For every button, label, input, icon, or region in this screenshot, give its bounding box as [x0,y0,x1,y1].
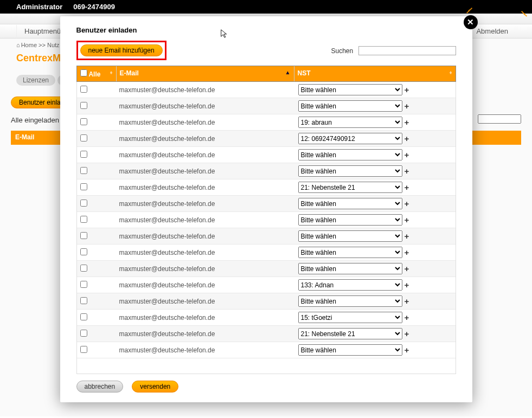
plus-icon[interactable]: + [405,215,409,224]
row-email: maxmuster@deutsche-telefon.de [116,148,295,162]
row-email: maxmuster@deutsche-telefon.de [116,343,295,357]
plus-icon[interactable]: + [405,248,409,257]
send-button[interactable]: versenden [132,381,178,393]
sort-asc-icon[interactable]: ▲ [285,69,291,75]
th-alle-label: Alle [88,70,100,78]
select-all-checkbox[interactable] [80,69,87,76]
table-row: maxmuster@deutsche-telefon.deBitte wähle… [77,261,456,277]
row-email: maxmuster@deutsche-telefon.de [116,99,295,113]
sort-icon[interactable]: ♦ [449,69,452,75]
modal-invite-users: ✕ Benutzer einladen neue Email hinzufüge… [60,16,472,402]
sort-icon[interactable]: ♦ [110,69,112,75]
table-row: maxmuster@deutsche-telefon.de19: abraun+ [77,114,456,131]
plus-icon[interactable]: + [405,280,409,290]
nst-select[interactable]: Bitte wählen [298,214,402,226]
nst-select[interactable]: Bitte wählen [298,263,402,274]
row-email: maxmuster@deutsche-telefon.de [116,213,295,227]
row-checkbox[interactable] [80,102,87,109]
row-email: maxmuster@deutsche-telefon.de [116,311,295,325]
table-row: maxmuster@deutsche-telefon.deBitte wähle… [77,82,456,98]
plus-icon[interactable]: + [405,101,409,111]
plus-icon[interactable]: + [405,264,409,273]
table-row: maxmuster@deutsche-telefon.de15: tGoetzi… [77,310,456,326]
nst-select[interactable]: 21: Nebenstelle 21 [298,182,402,193]
table-row: maxmuster@deutsche-telefon.de21: Nebenst… [77,179,456,196]
search-label: Suchen [331,47,353,55]
table-header: Alle ♦ E-Mail ▲ NST ♦ [76,66,456,82]
table-row: maxmuster@deutsche-telefon.de21: Nebenst… [77,326,456,342]
table-row: maxmuster@deutsche-telefon.deBitte wähle… [77,98,456,114]
nst-select[interactable]: Bitte wählen [298,84,402,95]
row-checkbox[interactable] [80,248,87,255]
nst-select[interactable]: Bitte wählen [298,149,402,160]
row-checkbox[interactable] [80,297,87,304]
table-row: maxmuster@deutsche-telefon.de12: 0692474… [77,131,456,147]
row-checkbox[interactable] [80,265,87,272]
plus-icon[interactable]: + [405,297,409,306]
row-checkbox[interactable] [80,134,87,142]
table-row: maxmuster@deutsche-telefon.deBitte wähle… [77,228,456,245]
nst-select[interactable]: Bitte wählen [298,247,402,258]
plus-icon[interactable]: + [405,183,409,192]
plus-icon[interactable]: + [405,150,409,159]
row-checkbox[interactable] [80,167,87,174]
nst-select[interactable]: 19: abraun [298,117,402,128]
plus-icon[interactable]: + [405,134,409,143]
row-checkbox[interactable] [80,86,87,93]
plus-icon[interactable]: + [405,345,409,355]
row-checkbox[interactable] [80,281,87,288]
row-checkbox[interactable] [80,313,87,320]
search-area: Suchen [331,46,456,55]
nst-select[interactable]: Bitte wählen [298,165,402,177]
plus-icon[interactable]: + [405,313,409,322]
modal-overlay: ✕ Benutzer einladen neue Email hinzufüge… [0,0,532,418]
row-email: maxmuster@deutsche-telefon.de [116,246,295,260]
row-email: maxmuster@deutsche-telefon.de [116,197,295,211]
table-row: maxmuster@deutsche-telefon.deBitte wähle… [77,245,456,261]
nst-select[interactable]: 15: tGoetzi [298,312,402,323]
nst-select[interactable]: 133: Adnan [298,279,402,291]
modal-title: Benutzer einladen [60,16,472,38]
th-alle[interactable]: Alle ♦ [77,66,116,81]
cancel-button[interactable]: abbrechen [76,381,124,393]
search-input[interactable] [358,46,456,55]
row-checkbox[interactable] [80,183,87,190]
row-email: maxmuster@deutsche-telefon.de [116,262,295,276]
plus-icon[interactable]: + [405,231,409,241]
nst-select[interactable]: Bitte wählen [298,230,402,242]
nst-select[interactable]: Bitte wählen [298,100,402,112]
row-checkbox[interactable] [80,216,87,223]
th-nst[interactable]: NST ♦ [294,66,456,81]
plus-icon[interactable]: + [405,166,409,176]
add-email-button[interactable]: neue Email hinzufügen [80,44,163,56]
th-nst-label: NST [298,69,311,77]
plus-icon[interactable]: + [405,118,409,127]
table-body[interactable]: maxmuster@deutsche-telefon.deBitte wähle… [76,82,456,374]
table-row: maxmuster@deutsche-telefon.deBitte wähle… [77,196,456,212]
row-email: maxmuster@deutsche-telefon.de [116,164,295,178]
plus-icon[interactable]: + [405,199,409,208]
table-row: maxmuster@deutsche-telefon.deBitte wähle… [77,293,456,310]
nst-select[interactable]: Bitte wählen [298,344,402,356]
nst-select[interactable]: Bitte wählen [298,295,402,307]
row-email: maxmuster@deutsche-telefon.de [116,181,295,195]
nst-select[interactable]: 21: Nebenstelle 21 [298,328,402,339]
row-checkbox[interactable] [80,346,87,353]
highlight-box: neue Email hinzufügen [76,41,166,60]
nst-select[interactable]: Bitte wählen [298,198,402,209]
close-icon[interactable]: ✕ [464,15,478,29]
plus-icon[interactable]: + [405,85,409,94]
nst-select[interactable]: 12: 069247490912 [298,133,402,144]
row-email: maxmuster@deutsche-telefon.de [116,132,295,146]
th-email[interactable]: E-Mail ▲ [116,66,294,81]
plus-icon[interactable]: + [405,329,409,338]
row-email: maxmuster@deutsche-telefon.de [116,278,295,292]
row-checkbox[interactable] [80,200,87,207]
row-checkbox[interactable] [80,232,87,239]
table-row: maxmuster@deutsche-telefon.deBitte wähle… [77,342,456,358]
row-checkbox[interactable] [80,330,87,337]
row-checkbox[interactable] [80,151,87,158]
row-email: maxmuster@deutsche-telefon.de [116,294,295,308]
row-checkbox[interactable] [80,118,87,125]
row-email: maxmuster@deutsche-telefon.de [116,229,295,243]
